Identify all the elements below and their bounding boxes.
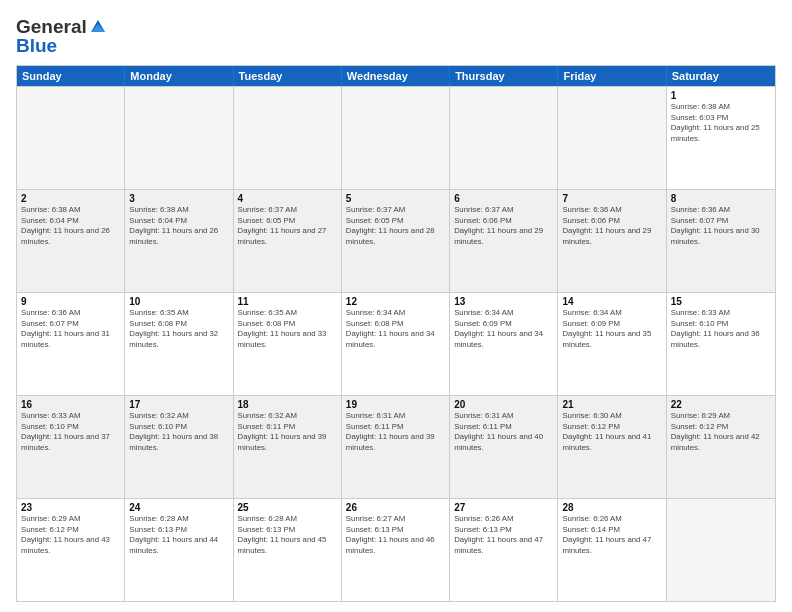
day-info: Sunrise: 6:33 AMSunset: 6:10 PMDaylight:… <box>671 308 771 350</box>
day-info: Sunrise: 6:38 AMSunset: 6:04 PMDaylight:… <box>129 205 228 247</box>
day-info: Sunrise: 6:36 AMSunset: 6:06 PMDaylight:… <box>562 205 661 247</box>
logo-blue: Blue <box>16 35 57 57</box>
day-info: Sunrise: 6:34 AMSunset: 6:08 PMDaylight:… <box>346 308 445 350</box>
calendar-week-1: 1Sunrise: 6:38 AMSunset: 6:03 PMDaylight… <box>17 86 775 189</box>
day-cell-6: 6Sunrise: 6:37 AMSunset: 6:06 PMDaylight… <box>450 190 558 292</box>
day-number: 21 <box>562 399 661 410</box>
header-day-thursday: Thursday <box>450 66 558 86</box>
page-header: General Blue <box>16 16 776 57</box>
day-number: 24 <box>129 502 228 513</box>
day-number: 1 <box>671 90 771 101</box>
header-day-saturday: Saturday <box>667 66 775 86</box>
day-number: 13 <box>454 296 553 307</box>
day-cell-19: 19Sunrise: 6:31 AMSunset: 6:11 PMDayligh… <box>342 396 450 498</box>
day-cell-11: 11Sunrise: 6:35 AMSunset: 6:08 PMDayligh… <box>234 293 342 395</box>
empty-cell <box>667 499 775 601</box>
day-cell-21: 21Sunrise: 6:30 AMSunset: 6:12 PMDayligh… <box>558 396 666 498</box>
calendar-week-4: 16Sunrise: 6:33 AMSunset: 6:10 PMDayligh… <box>17 395 775 498</box>
empty-cell <box>125 87 233 189</box>
day-number: 16 <box>21 399 120 410</box>
day-cell-9: 9Sunrise: 6:36 AMSunset: 6:07 PMDaylight… <box>17 293 125 395</box>
day-cell-10: 10Sunrise: 6:35 AMSunset: 6:08 PMDayligh… <box>125 293 233 395</box>
calendar-header: SundayMondayTuesdayWednesdayThursdayFrid… <box>17 66 775 86</box>
empty-cell <box>558 87 666 189</box>
day-number: 6 <box>454 193 553 204</box>
calendar-body: 1Sunrise: 6:38 AMSunset: 6:03 PMDaylight… <box>17 86 775 601</box>
day-info: Sunrise: 6:29 AMSunset: 6:12 PMDaylight:… <box>21 514 120 556</box>
day-cell-26: 26Sunrise: 6:27 AMSunset: 6:13 PMDayligh… <box>342 499 450 601</box>
header-day-friday: Friday <box>558 66 666 86</box>
day-cell-12: 12Sunrise: 6:34 AMSunset: 6:08 PMDayligh… <box>342 293 450 395</box>
day-info: Sunrise: 6:31 AMSunset: 6:11 PMDaylight:… <box>346 411 445 453</box>
day-number: 23 <box>21 502 120 513</box>
day-number: 18 <box>238 399 337 410</box>
day-info: Sunrise: 6:38 AMSunset: 6:03 PMDaylight:… <box>671 102 771 144</box>
day-number: 3 <box>129 193 228 204</box>
svg-marker-1 <box>91 24 105 32</box>
calendar-page: General Blue SundayMondayTuesdayWednesda… <box>0 0 792 612</box>
day-number: 7 <box>562 193 661 204</box>
day-info: Sunrise: 6:36 AMSunset: 6:07 PMDaylight:… <box>21 308 120 350</box>
day-number: 28 <box>562 502 661 513</box>
header-day-wednesday: Wednesday <box>342 66 450 86</box>
day-info: Sunrise: 6:34 AMSunset: 6:09 PMDaylight:… <box>454 308 553 350</box>
day-info: Sunrise: 6:27 AMSunset: 6:13 PMDaylight:… <box>346 514 445 556</box>
day-info: Sunrise: 6:33 AMSunset: 6:10 PMDaylight:… <box>21 411 120 453</box>
day-info: Sunrise: 6:37 AMSunset: 6:06 PMDaylight:… <box>454 205 553 247</box>
day-cell-1: 1Sunrise: 6:38 AMSunset: 6:03 PMDaylight… <box>667 87 775 189</box>
day-cell-15: 15Sunrise: 6:33 AMSunset: 6:10 PMDayligh… <box>667 293 775 395</box>
header-day-monday: Monday <box>125 66 233 86</box>
day-cell-8: 8Sunrise: 6:36 AMSunset: 6:07 PMDaylight… <box>667 190 775 292</box>
day-number: 12 <box>346 296 445 307</box>
day-info: Sunrise: 6:32 AMSunset: 6:11 PMDaylight:… <box>238 411 337 453</box>
day-cell-4: 4Sunrise: 6:37 AMSunset: 6:05 PMDaylight… <box>234 190 342 292</box>
day-number: 11 <box>238 296 337 307</box>
day-cell-23: 23Sunrise: 6:29 AMSunset: 6:12 PMDayligh… <box>17 499 125 601</box>
calendar-week-2: 2Sunrise: 6:38 AMSunset: 6:04 PMDaylight… <box>17 189 775 292</box>
day-cell-13: 13Sunrise: 6:34 AMSunset: 6:09 PMDayligh… <box>450 293 558 395</box>
day-info: Sunrise: 6:35 AMSunset: 6:08 PMDaylight:… <box>129 308 228 350</box>
day-cell-27: 27Sunrise: 6:26 AMSunset: 6:13 PMDayligh… <box>450 499 558 601</box>
day-number: 20 <box>454 399 553 410</box>
day-number: 17 <box>129 399 228 410</box>
day-number: 22 <box>671 399 771 410</box>
day-cell-20: 20Sunrise: 6:31 AMSunset: 6:11 PMDayligh… <box>450 396 558 498</box>
day-info: Sunrise: 6:37 AMSunset: 6:05 PMDaylight:… <box>238 205 337 247</box>
day-cell-25: 25Sunrise: 6:28 AMSunset: 6:13 PMDayligh… <box>234 499 342 601</box>
day-number: 10 <box>129 296 228 307</box>
day-cell-3: 3Sunrise: 6:38 AMSunset: 6:04 PMDaylight… <box>125 190 233 292</box>
empty-cell <box>234 87 342 189</box>
day-info: Sunrise: 6:37 AMSunset: 6:05 PMDaylight:… <box>346 205 445 247</box>
day-number: 19 <box>346 399 445 410</box>
day-info: Sunrise: 6:31 AMSunset: 6:11 PMDaylight:… <box>454 411 553 453</box>
day-info: Sunrise: 6:28 AMSunset: 6:13 PMDaylight:… <box>238 514 337 556</box>
day-number: 27 <box>454 502 553 513</box>
day-info: Sunrise: 6:38 AMSunset: 6:04 PMDaylight:… <box>21 205 120 247</box>
empty-cell <box>17 87 125 189</box>
logo: General Blue <box>16 16 107 57</box>
day-info: Sunrise: 6:32 AMSunset: 6:10 PMDaylight:… <box>129 411 228 453</box>
day-cell-17: 17Sunrise: 6:32 AMSunset: 6:10 PMDayligh… <box>125 396 233 498</box>
day-number: 9 <box>21 296 120 307</box>
day-number: 26 <box>346 502 445 513</box>
day-number: 4 <box>238 193 337 204</box>
empty-cell <box>342 87 450 189</box>
calendar-week-5: 23Sunrise: 6:29 AMSunset: 6:12 PMDayligh… <box>17 498 775 601</box>
day-info: Sunrise: 6:34 AMSunset: 6:09 PMDaylight:… <box>562 308 661 350</box>
day-number: 15 <box>671 296 771 307</box>
day-info: Sunrise: 6:26 AMSunset: 6:13 PMDaylight:… <box>454 514 553 556</box>
day-number: 5 <box>346 193 445 204</box>
day-cell-5: 5Sunrise: 6:37 AMSunset: 6:05 PMDaylight… <box>342 190 450 292</box>
calendar-grid: SundayMondayTuesdayWednesdayThursdayFrid… <box>16 65 776 602</box>
day-number: 14 <box>562 296 661 307</box>
day-info: Sunrise: 6:35 AMSunset: 6:08 PMDaylight:… <box>238 308 337 350</box>
day-cell-18: 18Sunrise: 6:32 AMSunset: 6:11 PMDayligh… <box>234 396 342 498</box>
day-cell-22: 22Sunrise: 6:29 AMSunset: 6:12 PMDayligh… <box>667 396 775 498</box>
day-info: Sunrise: 6:29 AMSunset: 6:12 PMDaylight:… <box>671 411 771 453</box>
calendar-week-3: 9Sunrise: 6:36 AMSunset: 6:07 PMDaylight… <box>17 292 775 395</box>
logo-icon <box>89 18 107 36</box>
header-day-sunday: Sunday <box>17 66 125 86</box>
day-cell-7: 7Sunrise: 6:36 AMSunset: 6:06 PMDaylight… <box>558 190 666 292</box>
empty-cell <box>450 87 558 189</box>
day-cell-2: 2Sunrise: 6:38 AMSunset: 6:04 PMDaylight… <box>17 190 125 292</box>
